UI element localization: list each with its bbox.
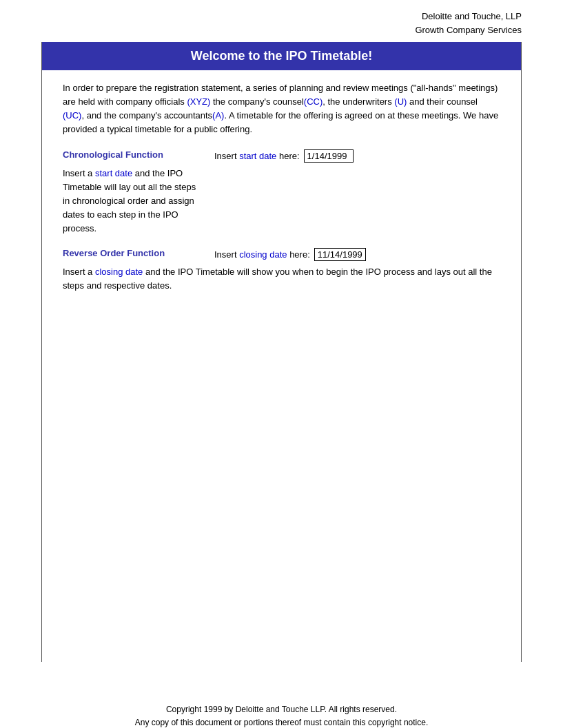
xyz-link[interactable]: (XYZ) (187, 96, 210, 107)
chronological-input-col: Insert start date here: 1/14/1999 (214, 149, 354, 163)
a-link[interactable]: (A) (212, 110, 224, 121)
reverse-section: Reverse Order Function Insert closing da… (63, 248, 500, 293)
footer-line1: Copyright 1999 by Deloitte and Touche LL… (0, 703, 563, 716)
company-header: Deloitte and Touche, LLP Growth Company … (0, 0, 563, 42)
cc-link[interactable]: (CC) (304, 96, 323, 107)
reverse-description: Insert a closing date and the IPO Timeta… (63, 265, 500, 293)
footer: Copyright 1999 by Deloitte and Touche LL… (0, 689, 563, 728)
banner-title: Welcome to the IPO Timetable! (191, 49, 372, 63)
footer-line2: Any copy of this document or portions th… (0, 716, 563, 728)
reverse-title-col: Reverse Order Function (63, 248, 214, 261)
chronological-description: Insert a start date and the IPO Timetabl… (63, 167, 500, 236)
main-container: Welcome to the IPO Timetable! In order t… (41, 42, 522, 662)
u-link[interactable]: (U) (394, 96, 407, 107)
company-line1: Deloitte and Touche, LLP (0, 10, 522, 23)
rev-desc-closing-link[interactable]: closing date (95, 267, 143, 277)
reverse-closing-link[interactable]: closing date (239, 249, 287, 260)
chronological-title-col: Chronological Function (63, 149, 214, 163)
reverse-date-row: Reverse Order Function Insert closing da… (63, 248, 500, 261)
welcome-banner: Welcome to the IPO Timetable! (42, 42, 521, 70)
company-line2: Growth Company Services (0, 23, 522, 37)
chronological-title: Chronological Function (63, 149, 214, 160)
chronological-date-row: Chronological Function Insert start date… (63, 149, 500, 163)
reverse-date-label: Insert closing date here: (214, 249, 310, 260)
intro-paragraph: In order to prepare the registration sta… (63, 81, 500, 137)
chronological-date-label: Insert start date here: (214, 151, 300, 161)
chronological-section: Chronological Function Insert start date… (63, 149, 500, 236)
content-area: In order to prepare the registration sta… (42, 70, 521, 320)
reverse-input-col: Insert closing date here: 11/14/1999 (214, 248, 366, 261)
chronological-start-link[interactable]: start date (239, 151, 276, 161)
chron-desc-start-link[interactable]: start date (95, 168, 132, 178)
reverse-title: Reverse Order Function (63, 248, 214, 258)
uc-link[interactable]: (UC) (63, 110, 81, 121)
chronological-date-field[interactable]: 1/14/1999 (304, 149, 354, 163)
reverse-date-field[interactable]: 11/14/1999 (314, 248, 366, 261)
